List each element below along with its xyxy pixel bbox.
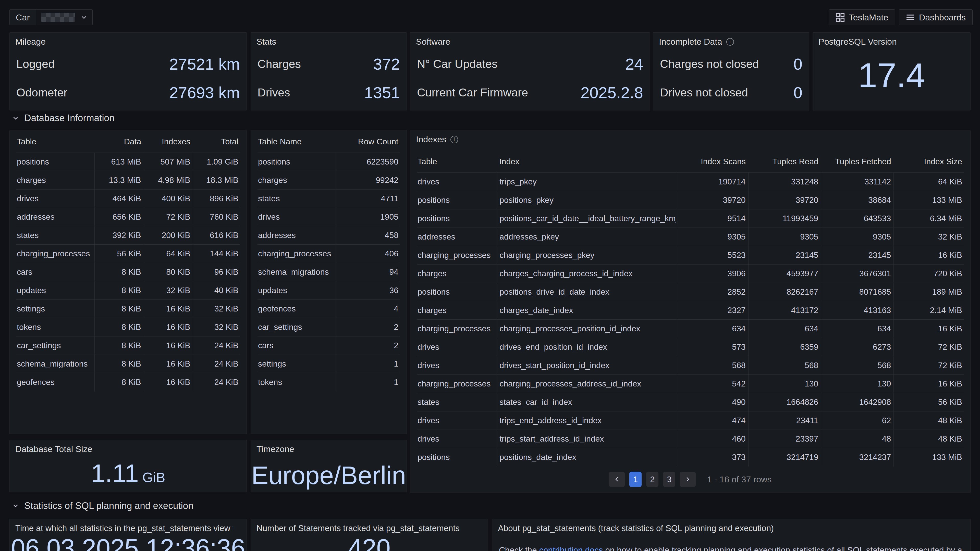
- table-cell: positions: [417, 191, 497, 210]
- column-header[interactable]: Row Count: [336, 130, 400, 153]
- table-row: drives464 KiB400 KiB896 KiB: [16, 189, 240, 208]
- hamburger-menu-icon: [906, 13, 915, 22]
- table-cell: 8 KiB: [95, 318, 144, 337]
- table-row: car_settings8 KiB16 KiB24 KiB: [16, 337, 240, 355]
- table-cell: geofences: [258, 300, 336, 318]
- table-cell: charging_processes_address_id_index: [497, 375, 676, 393]
- car-variable-value[interactable]: [36, 10, 92, 25]
- database-total-size-value: 1.11: [91, 460, 138, 487]
- table-cell: positions_date_index: [497, 448, 676, 467]
- pagination-range-text: 1 - 16 of 37 rows: [707, 475, 772, 484]
- database-total-size-panel: Database Total Size 1.11 GiB: [10, 440, 247, 492]
- table-row: updates8 KiB32 KiB40 KiB: [16, 281, 240, 300]
- pagination-page-1[interactable]: 1: [629, 472, 641, 487]
- table-cell: 8 KiB: [95, 281, 144, 300]
- stat-value: 24: [625, 55, 643, 73]
- column-header[interactable]: Index Size: [894, 150, 964, 173]
- table-cell: states: [417, 393, 497, 411]
- panel-title: Number of Statements tracked via pg_stat…: [256, 524, 460, 533]
- table-cell: 200 KiB: [144, 226, 193, 245]
- table-cell: positions: [417, 283, 497, 301]
- chevron-right-icon: [685, 476, 691, 483]
- table-cell: 130: [821, 375, 894, 393]
- column-header[interactable]: Table: [417, 150, 497, 173]
- table-cell: 48: [821, 430, 894, 448]
- table-cell: 9305: [821, 228, 894, 246]
- stat-value: 2025.2.8: [581, 83, 643, 102]
- table-cell: 80 KiB: [144, 263, 193, 281]
- table-cell: positions: [417, 448, 497, 467]
- column-header[interactable]: Table: [16, 130, 95, 153]
- section-sql-statistics[interactable]: Statistics of SQL planning and execution: [13, 500, 193, 511]
- chevron-down-icon: [13, 503, 19, 509]
- pagination: 1 2 3 1 - 16 of 37 rows: [410, 472, 970, 487]
- table-cell: 6223590: [336, 153, 400, 171]
- postgresql-version-panel: PostgreSQL Version 17.4: [813, 32, 970, 110]
- column-header[interactable]: Table Name: [258, 130, 336, 153]
- column-header[interactable]: Tuples Fetched: [821, 150, 894, 173]
- table-cell: 40 KiB: [193, 281, 240, 300]
- table-cell: 2327: [676, 301, 748, 320]
- table-cell: charging_processes_position_id_index: [497, 320, 676, 338]
- column-header[interactable]: Data: [95, 130, 144, 153]
- table-cell: 634: [676, 320, 748, 338]
- table-row: charges13.3 MiB4.98 MiB18.3 MiB: [16, 171, 240, 189]
- teslamate-button[interactable]: TeslaMate: [829, 10, 895, 25]
- column-header[interactable]: Total: [193, 130, 240, 153]
- stat-label: Logged: [16, 57, 55, 71]
- software-panel: Software N° Car Updates24 Current Car Fi…: [410, 32, 650, 110]
- table-row: drivestrips_start_address_id_index460233…: [417, 430, 964, 448]
- table-cell: 8 KiB: [95, 373, 144, 392]
- topbar-actions: TeslaMate Dashboards: [829, 10, 973, 25]
- stats-reset-time-panel: Time at which all statistics in the pg_s…: [10, 519, 247, 551]
- stat-value: 0: [794, 83, 802, 102]
- column-header[interactable]: Tuples Read: [748, 150, 821, 173]
- table-cell: 406: [336, 245, 400, 263]
- table-cell: 189 MiB: [894, 283, 964, 301]
- table-cell: car_settings: [258, 318, 336, 337]
- info-icon[interactable]: i: [450, 136, 458, 143]
- pagination-prev-button[interactable]: [609, 472, 625, 487]
- table-cell: 568: [676, 356, 748, 375]
- table-cell: 24 KiB: [193, 337, 240, 355]
- table-row: charging_processescharging_processes_add…: [417, 375, 964, 393]
- table-row: statesstates_car_id_index490166482616429…: [417, 393, 964, 411]
- table-cell: 4: [336, 300, 400, 318]
- table-cell: 32 KiB: [144, 281, 193, 300]
- table-cell: 16 KiB: [144, 300, 193, 318]
- teslamate-button-label: TeslaMate: [849, 13, 888, 22]
- table-cell: 62: [821, 411, 894, 430]
- table-row: schema_migrations94: [258, 263, 400, 281]
- info-icon[interactable]: i: [726, 38, 734, 46]
- table-cell: charges_date_index: [497, 301, 676, 320]
- timezone-value: Europe/Berlin: [251, 462, 406, 489]
- table-cell: 72 KiB: [894, 356, 964, 375]
- section-database-information[interactable]: Database Information: [13, 113, 115, 124]
- contribution-docs-link[interactable]: contribution docs: [539, 545, 603, 551]
- table-cell: addresses: [16, 208, 95, 226]
- table-cell: addresses: [258, 226, 336, 245]
- pagination-next-button[interactable]: [680, 472, 696, 487]
- pagination-page-3[interactable]: 3: [663, 472, 675, 487]
- table-cell: 16 KiB: [144, 337, 193, 355]
- car-variable-dropdown[interactable]: Car: [10, 10, 93, 25]
- column-header[interactable]: Index: [497, 150, 676, 173]
- table-cell: positions_drive_id_date_index: [497, 283, 676, 301]
- table-cell: charges: [258, 171, 336, 189]
- table-sizes-table: Table Data Indexes Total positions613 Mi…: [16, 130, 240, 392]
- table-row: charging_processescharging_processes_pke…: [417, 246, 964, 265]
- table-row: settings1: [258, 355, 400, 373]
- stat-value: 27521 km: [169, 55, 240, 73]
- column-header[interactable]: Index Scans: [676, 150, 748, 173]
- dashboards-button[interactable]: Dashboards: [899, 10, 973, 25]
- pagination-page-2[interactable]: 2: [646, 472, 659, 487]
- table-row: settings8 KiB16 KiB32 KiB: [16, 300, 240, 318]
- table-cell: 1905: [336, 208, 400, 226]
- table-cell: 11993459: [748, 210, 821, 228]
- table-cell: geofences: [16, 373, 95, 392]
- table-cell: 23397: [748, 430, 821, 448]
- table-cell: 13.3 MiB: [95, 171, 144, 189]
- column-header[interactable]: Indexes: [144, 130, 193, 153]
- table-cell: charges: [417, 265, 497, 283]
- table-row: states392 KiB200 KiB616 KiB: [16, 226, 240, 245]
